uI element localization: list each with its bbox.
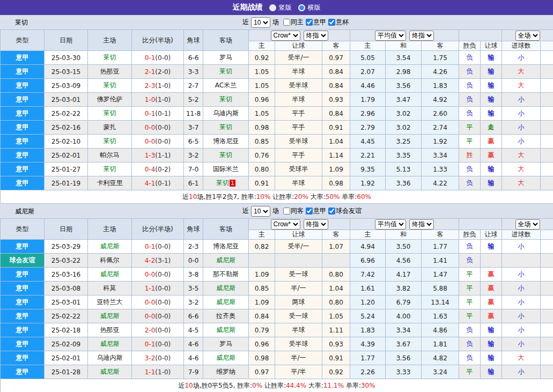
home-team: 科佩尔: [88, 254, 132, 268]
half-time-score: (0-0): [155, 271, 171, 278]
column-subheader: [541, 230, 553, 240]
result-handicap: 走: [481, 121, 502, 135]
summary-segment: 44.4%: [286, 382, 306, 389]
handicap-line: 受半球: [275, 135, 322, 149]
checkbox-意杯[interactable]: [328, 19, 335, 26]
match-count-select[interactable]: 10: [251, 206, 270, 217]
odds-source-select[interactable]: Crow*: [271, 31, 300, 41]
result-outcome: 负: [459, 254, 481, 268]
away-team-label: 莱切: [219, 68, 232, 75]
handicap-away-odds: 1.11: [322, 323, 350, 337]
filter-checkbox[interactable]: 球会友谊: [328, 206, 362, 216]
half-time-score: (1-0): [155, 82, 171, 90]
match-row: 意甲25-03-08科莫1-1(0-0)3-5威尼斯0.85半/一1.041.6…: [1, 282, 553, 295]
europe-draw-odds: 3.25: [386, 135, 422, 149]
column-header: 类型: [1, 30, 45, 51]
empty-cell: [541, 121, 553, 135]
match-date: 25-03-16: [45, 268, 88, 282]
europe-away-odds: 4.26: [422, 65, 459, 79]
handicap-away-odds: [322, 254, 350, 268]
result-handicap: 输: [481, 79, 502, 93]
match-date: 25-03-15: [45, 65, 88, 79]
handicap-line: 半/一: [275, 351, 322, 365]
checkbox-同主[interactable]: [283, 19, 290, 26]
match-count-select[interactable]: 10: [251, 17, 270, 28]
handicap-away-odds: 0.84: [322, 65, 350, 79]
odds-source-select[interactable]: 平均值: [375, 219, 406, 230]
europe-away-odds: 13.14: [422, 295, 459, 309]
match-date: 25-01-19: [45, 176, 88, 190]
filter-checkbox[interactable]: 同主: [283, 18, 304, 27]
team-name: 威尼斯: [15, 206, 34, 216]
match-date: 25-02-16: [45, 121, 88, 135]
handicap-away-odds: 0.92: [322, 365, 350, 379]
column-subheader: 让球: [275, 230, 322, 240]
score: 1-1(1-0): [132, 365, 184, 379]
match-row: 意甲25-03-01亚特兰大0-0(0-0)3-2威尼斯1.09两球0.801.…: [1, 295, 553, 309]
column-subheader: 客: [422, 230, 459, 240]
away-team-label: 博洛尼亚: [213, 137, 239, 145]
odds-source-select[interactable]: 终指: [304, 219, 328, 230]
summary-segment: 单率:: [344, 382, 361, 389]
europe-home-odds: 2.26: [350, 365, 386, 379]
match-type: 意甲: [1, 351, 45, 365]
result-handicap: 输: [481, 176, 502, 190]
match-row: 意甲25-03-01佛罗伦萨1-0(1-0)5-2莱切0.96半球0.931.7…: [1, 93, 553, 107]
europe-home-odds: 2.07: [350, 65, 386, 79]
odds-source-select[interactable]: 平均值: [375, 31, 406, 41]
home-team: 热那亚: [88, 323, 132, 337]
sections-container: 莱切 近 10 场 同主意甲意杯 类型日期主场比分(半场)角球客场Crow*终指…: [0, 15, 553, 392]
summary-row: 近10场,胜0平5负5, 胜率:0% 让胜率:44.4% 大率:11.1% 单率…: [1, 379, 553, 392]
layout-radio-horizontal[interactable]: 横版: [298, 3, 321, 12]
result-handicap: 输: [481, 323, 502, 337]
result-outcome: 负: [459, 51, 481, 65]
checkbox-label: 意杯: [336, 18, 349, 27]
away-team-label: 莱切: [219, 151, 232, 159]
score: 2-3(1-0): [132, 79, 184, 93]
handicap-home-odds: 0.85: [249, 135, 275, 149]
odds-source-select[interactable]: 终指: [304, 31, 328, 41]
result-goals: 大: [502, 176, 541, 190]
filter-checkbox[interactable]: 同客: [283, 206, 304, 216]
odds-source-select[interactable]: 终指: [409, 219, 434, 230]
layout-radio-vertical[interactable]: 竖版: [269, 3, 292, 12]
filter-checkbox[interactable]: 意甲: [306, 206, 326, 216]
column-subheader: [541, 41, 553, 51]
half-time-score: (0-1): [155, 180, 171, 187]
away-team-label: 拉齐奥: [216, 312, 235, 320]
odds-source-select[interactable]: 全场: [515, 219, 540, 230]
match-row: 球会友谊25-03-22科佩尔4-2(3-1)0-0威尼斯6.964.561.4…: [1, 254, 553, 268]
titlebar: 近期战绩 竖版 横版: [0, 0, 553, 15]
filter-checkbox[interactable]: 意甲: [306, 18, 326, 27]
match-type: 意甲: [1, 295, 45, 309]
europe-away-odds: 1.77: [422, 240, 459, 254]
match-type: 意甲: [1, 51, 45, 65]
match-type: 意甲: [1, 65, 45, 79]
near-label: 近: [242, 206, 249, 216]
half-time-score: (1-0): [155, 368, 171, 376]
handicap-home-odds: 0.82: [249, 240, 275, 254]
header-select-group: Crow*终指: [249, 30, 350, 41]
column-subheader: 客: [422, 41, 459, 51]
checkbox-意甲[interactable]: [306, 19, 313, 26]
odds-source-select[interactable]: 终指: [409, 31, 434, 41]
europe-draw-odds: 3.34: [386, 323, 422, 337]
match-date: 25-03-09: [45, 79, 88, 93]
result-outcome: 负: [459, 337, 481, 351]
europe-draw-odds: 3.50: [386, 240, 422, 254]
europe-home-odds: 6.96: [350, 254, 386, 268]
away-team: 拉齐奥: [203, 309, 249, 323]
checkbox-球会友谊[interactable]: [328, 208, 335, 215]
handicap-home-odds: 0.91: [249, 176, 275, 190]
away-team-label: 罗马: [219, 340, 232, 347]
checkbox-同客[interactable]: [283, 208, 290, 215]
filter-checkbox[interactable]: 意杯: [328, 18, 349, 27]
checkbox-意甲[interactable]: [306, 208, 313, 215]
europe-draw-odds: 3.56: [386, 351, 422, 365]
result-handicap: 赢: [481, 282, 502, 295]
result-goals: 小: [502, 365, 541, 379]
away-team-label: 那不勒斯: [213, 270, 239, 278]
odds-source-select[interactable]: Crow*: [271, 219, 300, 230]
europe-away-odds: 4.22: [422, 176, 459, 190]
odds-source-select[interactable]: 全场: [515, 31, 540, 41]
